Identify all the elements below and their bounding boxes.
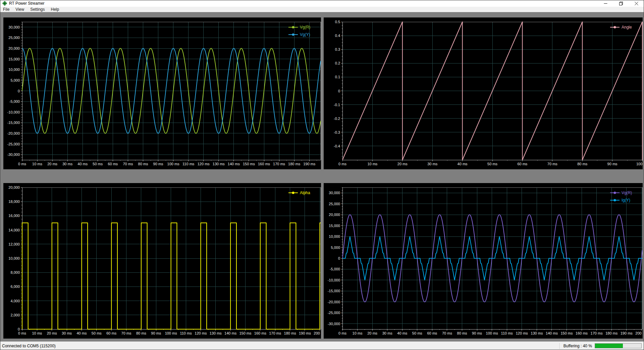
- legend-item-Alpha[interactable]: Alpha: [288, 190, 310, 195]
- svg-text:110 ms: 110 ms: [180, 331, 192, 335]
- svg-text:-0.4: -0.4: [334, 144, 340, 148]
- svg-text:90 ms: 90 ms: [153, 162, 163, 166]
- minimize-button[interactable]: [598, 0, 613, 7]
- menu-help[interactable]: Help: [48, 7, 62, 12]
- svg-text:0 ms: 0 ms: [338, 331, 346, 335]
- svg-text:100 ms: 100 ms: [636, 162, 643, 166]
- buffering-label: Buffering : 40 %: [564, 344, 592, 348]
- axis-labels: 0 ms10 ms20 ms30 ms40 ms50 ms60 ms70 ms8…: [8, 185, 321, 335]
- svg-text:200 ms: 200 ms: [635, 331, 643, 335]
- chart-svg-alpha: 0 ms10 ms20 ms30 ms40 ms50 ms60 ms70 ms8…: [3, 183, 321, 339]
- svg-text:10,000: 10,000: [8, 68, 20, 72]
- svg-text:160 ms: 160 ms: [254, 331, 267, 335]
- svg-text:150 ms: 150 ms: [239, 331, 252, 335]
- svg-text:60 ms: 60 ms: [517, 162, 527, 166]
- svg-text:18,000: 18,000: [8, 200, 20, 204]
- svg-text:-20,000: -20,000: [328, 300, 340, 304]
- window-title: RT Power Streamer: [9, 1, 45, 6]
- svg-text:12,000: 12,000: [8, 242, 20, 246]
- restore-button[interactable]: [613, 0, 629, 7]
- svg-text:5,000: 5,000: [331, 246, 340, 250]
- svg-text:0.3: 0.3: [335, 47, 340, 51]
- svg-text:-0.2: -0.2: [334, 117, 340, 121]
- svg-text:20,000: 20,000: [8, 185, 20, 189]
- chart-panel-vg-ig[interactable]: 0 ms10 ms20 ms30 ms40 ms50 ms60 ms70 ms8…: [324, 183, 643, 339]
- svg-text:-20,000: -20,000: [7, 131, 20, 135]
- svg-text:50 ms: 50 ms: [487, 162, 497, 166]
- svg-text:110 ms: 110 ms: [501, 331, 513, 335]
- svg-text:180 ms: 180 ms: [288, 162, 301, 166]
- axis-labels: 0 ms10 ms20 ms30 ms40 ms50 ms60 ms70 ms8…: [334, 20, 643, 166]
- svg-text:60 ms: 60 ms: [427, 331, 437, 335]
- app-icon: [2, 1, 7, 6]
- svg-text:140 ms: 140 ms: [224, 331, 237, 335]
- svg-text:Alpha: Alpha: [300, 190, 310, 195]
- svg-text:0: 0: [338, 89, 340, 93]
- legend-item-Angle[interactable]: Angle: [610, 25, 632, 30]
- svg-text:170 ms: 170 ms: [591, 331, 603, 335]
- chart-panel-alpha[interactable]: 0 ms10 ms20 ms30 ms40 ms50 ms60 ms70 ms8…: [3, 183, 321, 339]
- svg-text:80 ms: 80 ms: [577, 162, 587, 166]
- svg-text:15,000: 15,000: [329, 224, 340, 228]
- menu-view[interactable]: View: [12, 7, 27, 12]
- svg-text:20 ms: 20 ms: [367, 331, 377, 335]
- legend-item-Ig(Y)[interactable]: Ig(Y): [610, 198, 630, 203]
- svg-text:150 ms: 150 ms: [243, 162, 255, 166]
- chart-svg-grid-voltages: 0 ms10 ms20 ms30 ms40 ms50 ms60 ms70 ms8…: [3, 17, 321, 169]
- svg-text:170 ms: 170 ms: [273, 162, 285, 166]
- svg-text:70 ms: 70 ms: [123, 162, 133, 166]
- svg-text:120 ms: 120 ms: [516, 331, 528, 335]
- svg-text:70 ms: 70 ms: [121, 331, 131, 335]
- svg-text:90 ms: 90 ms: [151, 331, 161, 335]
- svg-text:90 ms: 90 ms: [472, 331, 482, 335]
- svg-text:100 ms: 100 ms: [167, 162, 180, 166]
- svg-text:0.2: 0.2: [335, 61, 340, 65]
- svg-text:130 ms: 130 ms: [213, 162, 225, 166]
- svg-text:110 ms: 110 ms: [182, 162, 195, 166]
- svg-text:90 ms: 90 ms: [607, 162, 618, 166]
- svg-text:-0.1: -0.1: [334, 103, 340, 107]
- svg-text:80 ms: 80 ms: [136, 331, 146, 335]
- legend-item-Vg(Y)[interactable]: Vg(Y): [288, 32, 310, 37]
- svg-text:0: 0: [338, 256, 340, 260]
- buffering-progress-bar: [595, 343, 642, 348]
- svg-text:150 ms: 150 ms: [560, 331, 573, 335]
- svg-text:0: 0: [18, 89, 20, 93]
- svg-text:Angle: Angle: [622, 25, 632, 30]
- axis-ticks: [21, 187, 320, 331]
- menu-file[interactable]: File: [0, 7, 12, 12]
- menu-bar: File View Settings Help: [0, 7, 644, 12]
- menu-settings[interactable]: Settings: [27, 7, 48, 12]
- svg-text:-15,000: -15,000: [328, 289, 340, 293]
- svg-text:Ig(Y): Ig(Y): [622, 198, 630, 203]
- svg-text:20 ms: 20 ms: [397, 162, 408, 166]
- svg-text:20 ms: 20 ms: [47, 331, 57, 335]
- status-buffering-section: Buffering : 40 %: [559, 343, 642, 349]
- svg-text:10 ms: 10 ms: [32, 331, 42, 335]
- svg-text:120 ms: 120 ms: [198, 162, 210, 166]
- svg-text:40 ms: 40 ms: [76, 331, 87, 335]
- svg-text:6,000: 6,000: [10, 285, 20, 289]
- svg-text:120 ms: 120 ms: [195, 331, 207, 335]
- svg-text:180 ms: 180 ms: [284, 331, 297, 335]
- status-bar: Connected to COM5 (115200) Buffering : 4…: [0, 341, 644, 350]
- svg-text:-25,000: -25,000: [328, 311, 340, 315]
- close-button[interactable]: [629, 0, 644, 7]
- svg-text:2,000: 2,000: [10, 313, 20, 317]
- status-separator: [559, 343, 560, 349]
- svg-text:10 ms: 10 ms: [353, 331, 363, 335]
- chart-panel-grid-voltages[interactable]: 0 ms10 ms20 ms30 ms40 ms50 ms60 ms70 ms8…: [3, 17, 321, 169]
- svg-text:40 ms: 40 ms: [397, 331, 407, 335]
- svg-text:190 ms: 190 ms: [621, 331, 633, 335]
- svg-text:30,000: 30,000: [329, 191, 340, 195]
- svg-text:140 ms: 140 ms: [546, 331, 558, 335]
- svg-text:160 ms: 160 ms: [576, 331, 588, 335]
- svg-text:100 ms: 100 ms: [486, 331, 498, 335]
- axis-labels: 0 ms10 ms20 ms30 ms40 ms50 ms60 ms70 ms8…: [328, 191, 643, 335]
- svg-text:-30,000: -30,000: [7, 152, 20, 157]
- chart-panel-angle[interactable]: 0 ms10 ms20 ms30 ms40 ms50 ms60 ms70 ms8…: [324, 17, 643, 169]
- svg-text:20,000: 20,000: [329, 213, 340, 217]
- svg-text:10,000: 10,000: [329, 234, 340, 238]
- chart-svg-vg-ig: 0 ms10 ms20 ms30 ms40 ms50 ms60 ms70 ms8…: [324, 183, 643, 339]
- svg-text:20 ms: 20 ms: [47, 162, 57, 166]
